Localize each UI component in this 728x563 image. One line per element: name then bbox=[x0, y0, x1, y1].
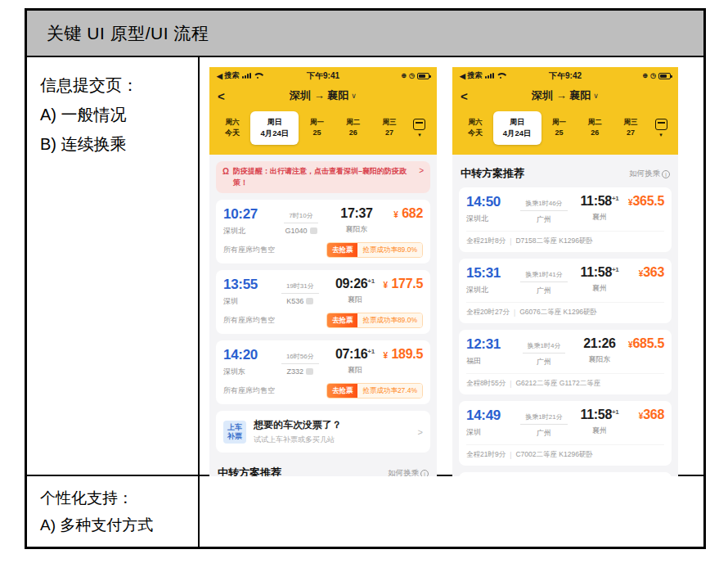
back-chevron-icon[interactable]: < bbox=[218, 90, 225, 102]
footer-item-a: A) 多种支付方式 bbox=[40, 511, 190, 538]
calendar-button[interactable]: ▼ bbox=[649, 119, 673, 137]
depart-station: 深圳北 bbox=[223, 226, 274, 236]
chevron-right-icon: > bbox=[418, 427, 423, 437]
arrive-time: 09:26+1 bbox=[326, 277, 383, 291]
total-duration: 全程21时9分 bbox=[466, 450, 506, 460]
depart-station: 深圳 bbox=[466, 427, 517, 438]
leg-trains: G6212二等座 G1172二等座 bbox=[515, 379, 600, 389]
table-header-row: 关键 UI 原型/UI 流程 bbox=[27, 11, 703, 57]
price: ¥ 682 bbox=[385, 206, 423, 221]
bell-icon: Ω bbox=[222, 166, 229, 178]
back-chevron-icon[interactable]: < bbox=[461, 90, 468, 102]
calendar-button[interactable]: ▼ bbox=[407, 119, 432, 137]
date-tab-wed[interactable]: 周三27 bbox=[613, 117, 649, 138]
standby-subtitle: 试试上车补票或多买几站 bbox=[254, 435, 418, 445]
total-duration: 全程20时27分 bbox=[466, 308, 510, 318]
route-selector[interactable]: 深圳 → 襄阳 bbox=[290, 88, 348, 103]
depart-station: 深圳北 bbox=[466, 214, 517, 224]
total-duration: 全程21时8分 bbox=[466, 236, 506, 246]
date-tab-mon[interactable]: 周一25 bbox=[542, 117, 577, 138]
calendar-icon bbox=[655, 119, 667, 130]
transfer-card[interactable]: 12:31福田 换乘1时4分广州 21:26襄阳东 ¥685.5 全程8时55分… bbox=[459, 330, 672, 394]
grab-success-rate: 抢票成功率27.4% bbox=[357, 384, 422, 398]
price: ¥ 177.5 bbox=[383, 277, 423, 291]
train-card[interactable]: 14:20深圳东 16时56分Z332 07:16+1襄阳 ¥ 189.5 所有… bbox=[216, 340, 430, 404]
footer-label-cell: 个性化支持： A) 多种支付方式 bbox=[27, 476, 200, 547]
grab-ticket-button[interactable]: 去抢票 bbox=[327, 243, 358, 257]
notice-chevron-icon: > bbox=[419, 166, 424, 175]
grab-ticket-button[interactable]: 去抢票 bbox=[327, 384, 358, 398]
arrive-time: 17:37 bbox=[328, 206, 385, 221]
section-title: 中转方案推荐 bbox=[461, 166, 629, 181]
arrive-station: 襄阳东 bbox=[571, 354, 628, 365]
grab-success-rate: 抢票成功率89.0% bbox=[357, 313, 422, 327]
onboard-supplement-card[interactable]: 上车补票 想要的车次没票了？ 试试上车补票或多买几站 > bbox=[216, 411, 430, 453]
duration: 19时31分 bbox=[281, 280, 319, 294]
battery-icon bbox=[417, 73, 429, 79]
soldout-text: 所有座席均售空 bbox=[223, 315, 326, 326]
date-tab-mon[interactable]: 周一25 bbox=[299, 117, 335, 138]
depart-time: 14:50 bbox=[466, 194, 517, 210]
train-number: K536 bbox=[273, 297, 326, 305]
grab-success-rate: 抢票成功率89.0% bbox=[357, 243, 422, 257]
depart-time: 13:55 bbox=[223, 277, 273, 293]
route-selector[interactable]: 深圳 → 襄阳 bbox=[532, 88, 591, 103]
transfer-duration: 换乘1时46分 bbox=[520, 197, 567, 211]
price: ¥ 189.5 bbox=[383, 347, 423, 362]
nav-bar: < 深圳 → 襄阳 ∨ bbox=[209, 84, 437, 107]
train-type-icon bbox=[306, 298, 313, 304]
date-tab-wed[interactable]: 周三27 bbox=[371, 117, 407, 138]
depart-time: 12:31 bbox=[466, 336, 517, 353]
total-duration: 全程8时55分 bbox=[466, 379, 506, 389]
depart-station: 深圳 bbox=[223, 296, 273, 307]
route-caret-icon: ∨ bbox=[351, 92, 357, 100]
transfer-section-header: 中转方案推荐 如何换乘i bbox=[459, 161, 672, 187]
arrive-station: 襄州 bbox=[571, 283, 628, 294]
status-bar: ◀ 搜索 下午9:42 ⊕ ◷ bbox=[452, 67, 678, 84]
train-type-icon bbox=[310, 227, 317, 234]
depart-station: 深圳北 bbox=[466, 285, 517, 295]
alarm-icon: ◷ bbox=[409, 72, 415, 79]
phone-screenshot-a: ◀ 搜索 下午9:41 ⊕ ◷ < 深圳 → 襄阳 ∨ 周六今天 bbox=[209, 67, 437, 490]
standby-title: 想要的车次没票了？ bbox=[254, 418, 418, 432]
train-type-icon bbox=[306, 368, 313, 375]
train-card[interactable]: 10:27深圳北 7时10分G1040 17:37襄阳东 ¥ 682 所有座席均… bbox=[216, 200, 430, 263]
duration: 7时10分 bbox=[284, 209, 317, 223]
transfer-duration: 换乘1时4分 bbox=[523, 340, 566, 354]
leg-trains: D7158二等座 K1296硬卧 bbox=[515, 236, 593, 246]
rotation-lock-icon: ⊕ bbox=[401, 72, 407, 79]
date-tab-selected[interactable]: 周日4月24日 bbox=[250, 111, 299, 146]
train-number: G1040 bbox=[274, 227, 328, 235]
date-tab-sat[interactable]: 周六今天 bbox=[457, 117, 493, 138]
depart-station: 深圳东 bbox=[223, 367, 273, 377]
arrive-station: 襄阳 bbox=[326, 295, 383, 305]
date-tab-tue[interactable]: 周二26 bbox=[335, 117, 371, 138]
arrive-station: 襄阳东 bbox=[328, 224, 385, 235]
arrive-time: 11:58+1 bbox=[571, 408, 628, 422]
date-tab-sat[interactable]: 周六今天 bbox=[214, 117, 250, 138]
date-tab-bar: 周六今天 周日4月24日 周一25 周二26 周三27 ▼ bbox=[452, 107, 678, 155]
arrive-time: 11:58+1 bbox=[571, 194, 628, 209]
arrive-station: 襄州 bbox=[571, 426, 628, 436]
date-tab-selected[interactable]: 周日4月24日 bbox=[493, 111, 542, 146]
transfer-card[interactable]: 15:31深圳北 换乘1时41分广州 11:58+1襄州 ¥363 全程20时2… bbox=[459, 259, 672, 323]
train-number: Z332 bbox=[273, 367, 326, 376]
how-to-transfer-link[interactable]: 如何换乘i bbox=[629, 169, 670, 179]
transfer-card[interactable]: 14:50深圳北 换乘1时46分广州 11:58+1襄州 ¥365.5 全程21… bbox=[459, 187, 672, 252]
arrive-station: 襄阳 bbox=[326, 365, 383, 376]
price: ¥363 bbox=[628, 265, 664, 280]
price: ¥368 bbox=[628, 408, 664, 422]
prototype-cell: ◀ 搜索 下午9:41 ⊕ ◷ < 深圳 → 襄阳 ∨ 周六今天 bbox=[200, 57, 703, 474]
grab-ticket-button[interactable]: 去抢票 bbox=[327, 313, 358, 327]
footer-empty-cell bbox=[200, 476, 703, 547]
train-card[interactable]: 13:55深圳 19时31分K536 09:26+1襄阳 ¥ 177.5 所有座… bbox=[216, 270, 430, 334]
covid-notice-banner[interactable]: Ω 防疫提醒：出行请注意，点击查看深圳–襄阳的防疫政策！ > bbox=[216, 161, 430, 193]
nav-bar: < 深圳 → 襄阳 ∨ bbox=[452, 84, 678, 107]
transfer-card[interactable]: 14:49深圳 换乘1时21分广州 11:58+1襄州 ¥368 全程21时9分… bbox=[459, 401, 672, 466]
transfer-station: 广州 bbox=[517, 428, 571, 439]
onboard-badge: 上车补票 bbox=[223, 421, 246, 444]
transfer-station: 广州 bbox=[517, 214, 571, 225]
soldout-text: 所有座席均售空 bbox=[223, 245, 326, 255]
date-tab-tue[interactable]: 周二26 bbox=[577, 117, 613, 138]
arrive-time: 21:26 bbox=[571, 336, 628, 351]
